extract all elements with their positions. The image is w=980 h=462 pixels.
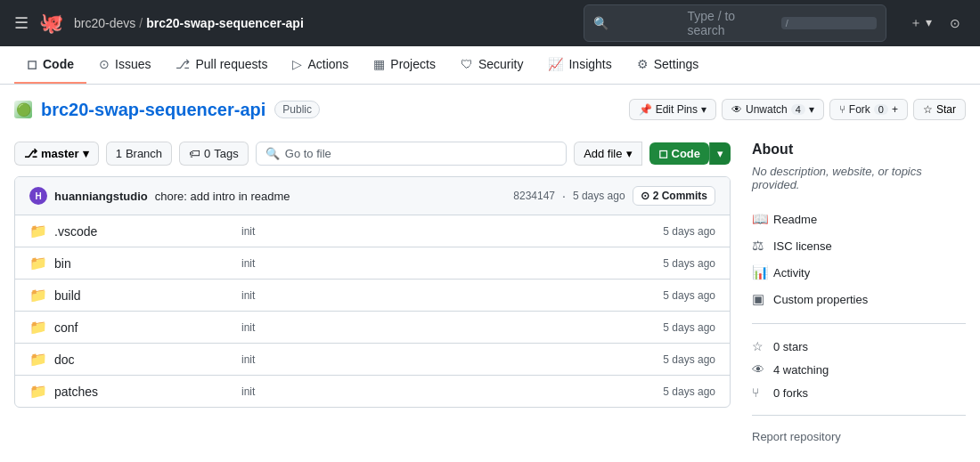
fork-count: 0 xyxy=(874,104,888,115)
code-button-label: Code xyxy=(672,147,701,160)
sidebar-link-activity[interactable]: 📊 Activity xyxy=(752,259,966,286)
sidebar-link-license[interactable]: ⚖ ISC license xyxy=(752,232,966,259)
hamburger-icon[interactable]: ☰ xyxy=(14,13,29,33)
commits-link[interactable]: ⊙ 2 Commits xyxy=(633,186,715,206)
sidebar-stat-stars[interactable]: ☆ 0 stars xyxy=(752,335,966,358)
stars-label: 0 stars xyxy=(773,340,808,353)
branch-selector[interactable]: ⎇ master ▾ xyxy=(14,142,99,166)
commit-message: chore: add intro in readme xyxy=(155,190,507,203)
tab-pr-label: Pull requests xyxy=(195,57,267,71)
issue-button[interactable]: ⊙ xyxy=(944,12,966,34)
code-dropdown-button[interactable]: ▾ xyxy=(709,142,731,165)
file-age: 5 days ago xyxy=(663,225,715,238)
tab-issues[interactable]: ⊙ Issues xyxy=(86,46,163,84)
watching-label: 4 watching xyxy=(773,363,829,377)
tag-icon: 🏷 xyxy=(189,147,200,160)
table-row[interactable]: 📁 patches init 5 days ago xyxy=(15,376,730,407)
code-button-group: ◻ Code ▾ xyxy=(649,142,731,165)
tags-link[interactable]: 🏷 0 Tags xyxy=(179,142,249,166)
file-age: 5 days ago xyxy=(663,289,715,302)
right-sidebar: About No description, website, or topics… xyxy=(752,131,966,447)
projects-icon: ▦ xyxy=(373,57,385,71)
branches-link[interactable]: 1 Branch xyxy=(106,142,172,166)
file-area: ⎇ master ▾ 1 Branch 🏷 0 Tags 🔍 Go to fil… xyxy=(14,131,731,447)
table-row[interactable]: 📁 bin init 5 days ago xyxy=(15,247,730,280)
folder-icon: 📁 xyxy=(29,287,45,304)
file-name[interactable]: doc xyxy=(54,353,233,367)
file-name[interactable]: build xyxy=(54,288,233,303)
star-button[interactable]: ☆ Star xyxy=(913,99,966,120)
go-to-file-input[interactable]: 🔍 Go to file xyxy=(256,142,567,166)
file-commit-msg: init xyxy=(241,321,654,334)
tab-projects[interactable]: ▦ Projects xyxy=(361,46,448,84)
table-row[interactable]: 📁 .vscode init 5 days ago xyxy=(15,215,730,247)
readme-icon: 📖 xyxy=(752,211,766,227)
branch-label: master xyxy=(41,147,79,160)
org-link[interactable]: brc20-devs xyxy=(74,16,135,30)
tab-insights[interactable]: 📈 Insights xyxy=(535,46,624,84)
report-link[interactable]: Report repository xyxy=(752,426,966,447)
visibility-badge: Public xyxy=(274,101,320,118)
tab-actions[interactable]: ▷ Actions xyxy=(280,46,361,84)
code-button-icon: ◻ xyxy=(658,147,668,160)
sidebar-stat-forks[interactable]: ⑂ 0 forks xyxy=(752,381,966,404)
fork-button[interactable]: ⑂ Fork 0 + xyxy=(829,99,908,120)
table-row[interactable]: 📁 conf init 5 days ago xyxy=(15,312,730,344)
search-shortcut: / xyxy=(781,17,877,29)
file-name[interactable]: .vscode xyxy=(54,224,233,239)
repo-title[interactable]: brc20-swap-sequencer-api xyxy=(41,100,265,120)
file-name[interactable]: patches xyxy=(54,385,233,399)
edit-pins-button[interactable]: 📌 Edit Pins ▾ xyxy=(629,99,716,120)
commits-label: 2 Commits xyxy=(653,190,707,202)
about-section: About No description, website, or topics… xyxy=(752,142,966,191)
file-age: 5 days ago xyxy=(663,321,715,334)
tab-code[interactable]: ◻ Code xyxy=(14,46,86,84)
repo-nav: ◻ Code ⊙ Issues ⎇ Pull requests ▷ Action… xyxy=(0,46,980,85)
add-file-button[interactable]: Add file ▾ xyxy=(574,142,641,166)
fork-label: Fork xyxy=(849,103,870,116)
sidebar-link-readme[interactable]: 📖 Readme xyxy=(752,206,966,232)
table-row[interactable]: 📁 doc init 5 days ago xyxy=(15,344,730,376)
branch-icon: ⎇ xyxy=(24,147,37,160)
tab-security[interactable]: 🛡 Security xyxy=(448,46,536,84)
pin-icon: 📌 xyxy=(639,103,652,116)
custom-props-label: Custom properties xyxy=(773,293,868,306)
search-icon: 🔍 xyxy=(593,16,680,30)
file-commit-msg: init xyxy=(241,353,654,366)
file-name[interactable]: bin xyxy=(54,256,233,271)
commit-bar: H huanniangstudio chore: add intro in re… xyxy=(15,177,730,215)
folder-icon: 📁 xyxy=(29,255,45,272)
watching-icon: 👁 xyxy=(752,362,766,377)
file-commit-msg: init xyxy=(241,289,654,302)
github-logo[interactable]: 🐙 xyxy=(39,12,63,35)
sidebar-stat-watching[interactable]: 👁 4 watching xyxy=(752,358,966,381)
commit-hash[interactable]: 8234147 xyxy=(513,190,555,202)
fork-more-icon: + xyxy=(892,103,898,116)
folder-icon: 📁 xyxy=(29,383,45,400)
tab-pull-requests[interactable]: ⎇ Pull requests xyxy=(163,46,280,84)
repo-name-breadcrumb[interactable]: brc20-swap-sequencer-api xyxy=(146,16,304,30)
tab-code-label: Code xyxy=(43,57,74,71)
plus-button[interactable]: ＋ ▾ xyxy=(904,12,937,35)
sidebar-link-custom-props[interactable]: ▣ Custom properties xyxy=(752,286,966,312)
top-nav: ☰ 🐙 brc20-devs / brc20-swap-sequencer-ap… xyxy=(0,0,980,46)
file-age: 5 days ago xyxy=(663,257,715,270)
unwatch-button[interactable]: 👁 Unwatch 4 ▾ xyxy=(722,99,824,120)
sidebar-links: 📖 Readme ⚖ ISC license 📊 Activity ▣ Cust… xyxy=(752,206,966,312)
file-name[interactable]: conf xyxy=(54,320,233,335)
code-main-button[interactable]: ◻ Code xyxy=(649,142,710,165)
commit-author[interactable]: huanniangstudio xyxy=(54,190,148,203)
file-table: H huanniangstudio chore: add intro in re… xyxy=(14,176,731,408)
about-description: No description, website, or topics provi… xyxy=(752,165,966,191)
sidebar-stats: ☆ 0 stars 👁 4 watching ⑂ 0 forks xyxy=(752,335,966,404)
license-icon: ⚖ xyxy=(752,238,766,254)
search-bar[interactable]: 🔍 Type / to search / xyxy=(584,4,886,42)
branches-count: 1 xyxy=(116,147,122,160)
issues-icon: ⊙ xyxy=(99,57,110,71)
sidebar-divider-2 xyxy=(752,415,966,416)
actions-icon: ▷ xyxy=(292,57,302,71)
table-row[interactable]: 📁 build init 5 days ago xyxy=(15,280,730,312)
repo-header: 🟢 brc20-swap-sequencer-api Public 📌 Edit… xyxy=(0,85,980,131)
tab-settings[interactable]: ⚙ Settings xyxy=(625,46,712,84)
tab-projects-label: Projects xyxy=(390,57,436,71)
